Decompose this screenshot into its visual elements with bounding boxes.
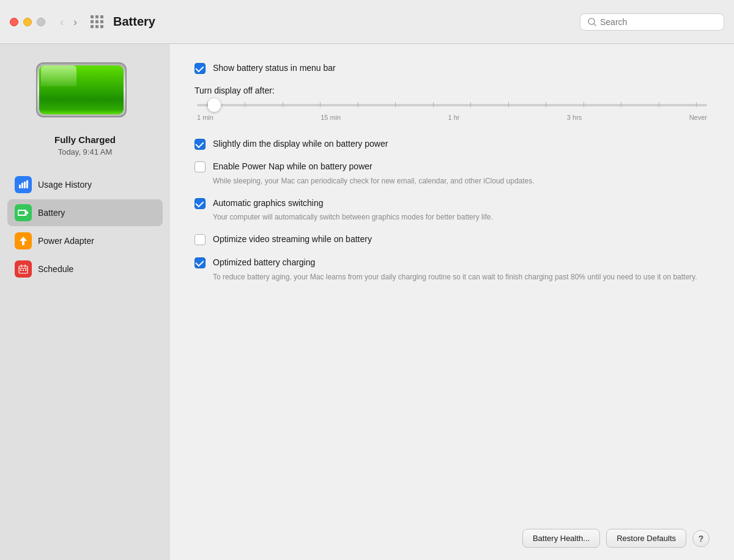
slider-label-1min: 1 min xyxy=(197,114,213,121)
power-nap-text: Enable Power Nap while on battery power … xyxy=(213,161,710,186)
tick xyxy=(395,102,396,107)
tick xyxy=(659,102,659,107)
video-streaming-label: Optimize video streaming while on batter… xyxy=(213,234,710,246)
sidebar: Fully Charged Today, 9:41 AM Usage Histo… xyxy=(0,44,170,560)
nav-arrows: ‹ › xyxy=(57,17,80,28)
grid-dot xyxy=(100,20,103,23)
grid-icon[interactable] xyxy=(91,15,103,28)
back-button[interactable]: ‹ xyxy=(57,17,66,28)
optimized-charging-checkbox[interactable] xyxy=(195,257,206,268)
titlebar: ‹ › Battery xyxy=(0,0,734,44)
video-streaming-row: Optimize video streaming while on batter… xyxy=(195,234,710,246)
page-title: Battery xyxy=(113,15,155,29)
optimized-charging-row: Optimized battery charging To reduce bat… xyxy=(195,257,710,282)
battery-reflection xyxy=(41,65,76,86)
battery-image xyxy=(36,62,134,123)
tick xyxy=(621,102,621,107)
auto-graphics-desc: Your computer will automatically switch … xyxy=(213,212,710,223)
show-battery-status-label: Show battery status in menu bar xyxy=(213,62,710,75)
battery-icon xyxy=(15,204,32,221)
search-icon xyxy=(588,18,596,26)
battery-health-button[interactable]: Battery Health... xyxy=(522,529,600,548)
slider-container: 1 min 15 min 1 hr 3 hrs Never xyxy=(195,104,710,121)
dim-display-label: Slightly dim the display while on batter… xyxy=(213,138,710,150)
slider-labels: 1 min 15 min 1 hr 3 hrs Never xyxy=(197,114,707,121)
tick xyxy=(508,102,509,107)
battery-status-time: Today, 9:41 AM xyxy=(54,147,116,157)
optimized-charging-label: Optimized battery charging xyxy=(213,257,710,269)
power-nap-desc: While sleeping, your Mac can periodicall… xyxy=(213,175,710,186)
grid-dot xyxy=(91,15,94,18)
tick xyxy=(546,102,546,107)
grid-dot xyxy=(95,25,98,28)
auto-graphics-label: Automatic graphics switching xyxy=(213,197,710,210)
tick xyxy=(320,102,321,107)
minimize-button[interactable] xyxy=(23,18,32,26)
maximize-button[interactable] xyxy=(37,18,45,26)
grid-dot xyxy=(91,20,94,23)
schedule-icon xyxy=(15,260,32,278)
optimized-charging-text: Optimized battery charging To reduce bat… xyxy=(213,257,710,282)
display-off-section: Turn display off after: xyxy=(195,86,710,121)
svg-rect-4 xyxy=(24,182,26,188)
auto-graphics-row: Automatic graphics switching Your comput… xyxy=(195,197,710,223)
right-panel: Show battery status in menu bar Turn dis… xyxy=(170,44,734,560)
display-off-label: Turn display off after: xyxy=(195,86,710,95)
battery-tip xyxy=(125,81,127,98)
tick xyxy=(433,102,434,107)
sidebar-item-schedule[interactable]: Schedule xyxy=(7,256,163,282)
grid-dot xyxy=(100,25,103,28)
sidebar-item-battery[interactable]: Battery xyxy=(7,199,163,226)
sidebar-nav: Usage History Battery xyxy=(7,171,163,282)
grid-dot xyxy=(95,20,98,23)
help-button[interactable]: ? xyxy=(692,530,710,547)
slider-track xyxy=(197,104,707,106)
show-battery-status-text: Show battery status in menu bar xyxy=(213,62,710,75)
grid-dot xyxy=(95,15,98,18)
svg-marker-9 xyxy=(20,237,27,245)
dim-display-text: Slightly dim the display while on batter… xyxy=(213,138,710,150)
power-nap-label: Enable Power Nap while on battery power xyxy=(213,161,710,173)
svg-rect-8 xyxy=(27,212,29,214)
tick xyxy=(470,102,471,107)
power-nap-checkbox[interactable] xyxy=(195,161,206,172)
sidebar-item-label: Schedule xyxy=(38,264,73,274)
close-button[interactable] xyxy=(10,18,18,26)
sidebar-item-label: Usage History xyxy=(38,180,92,190)
dim-display-checkbox[interactable] xyxy=(195,139,206,150)
sidebar-item-label: Battery xyxy=(38,208,65,218)
svg-rect-16 xyxy=(25,270,26,271)
grid-dot xyxy=(91,25,94,28)
usage-history-icon xyxy=(15,176,32,193)
svg-line-1 xyxy=(594,24,596,26)
sidebar-item-label: Power Adapter xyxy=(38,236,94,246)
slider-label-1hr: 1 hr xyxy=(448,114,460,121)
video-streaming-text: Optimize video streaming while on batter… xyxy=(213,234,710,246)
tick xyxy=(283,102,283,107)
slider-label-3hrs: 3 hrs xyxy=(567,114,582,121)
traffic-lights xyxy=(10,18,45,26)
bottom-bar: Battery Health... Restore Defaults ? xyxy=(195,517,710,548)
sidebar-item-power-adapter[interactable]: Power Adapter xyxy=(7,227,163,254)
battery-status-title: Fully Charged xyxy=(54,134,116,145)
show-battery-status-row: Show battery status in menu bar xyxy=(195,62,710,75)
sidebar-item-usage-history[interactable]: Usage History xyxy=(7,171,163,198)
slider-label-15min: 15 min xyxy=(321,114,341,121)
tick xyxy=(207,102,208,107)
battery-body xyxy=(36,62,127,117)
video-streaming-checkbox[interactable] xyxy=(195,234,206,245)
power-nap-row: Enable Power Nap while on battery power … xyxy=(195,161,710,186)
restore-defaults-button[interactable]: Restore Defaults xyxy=(606,529,686,548)
search-bar xyxy=(580,13,724,31)
forward-button[interactable]: › xyxy=(71,17,80,28)
show-battery-status-checkbox[interactable] xyxy=(195,63,206,74)
svg-rect-14 xyxy=(20,270,21,271)
power-adapter-icon xyxy=(15,232,32,249)
battery-status: Fully Charged Today, 9:41 AM xyxy=(54,134,116,157)
tick xyxy=(584,102,584,107)
auto-graphics-checkbox[interactable] xyxy=(195,198,206,209)
dim-display-row: Slightly dim the display while on batter… xyxy=(195,138,710,150)
tick xyxy=(245,102,245,107)
main-content: Fully Charged Today, 9:41 AM Usage Histo… xyxy=(0,44,734,560)
search-input[interactable] xyxy=(600,17,716,27)
